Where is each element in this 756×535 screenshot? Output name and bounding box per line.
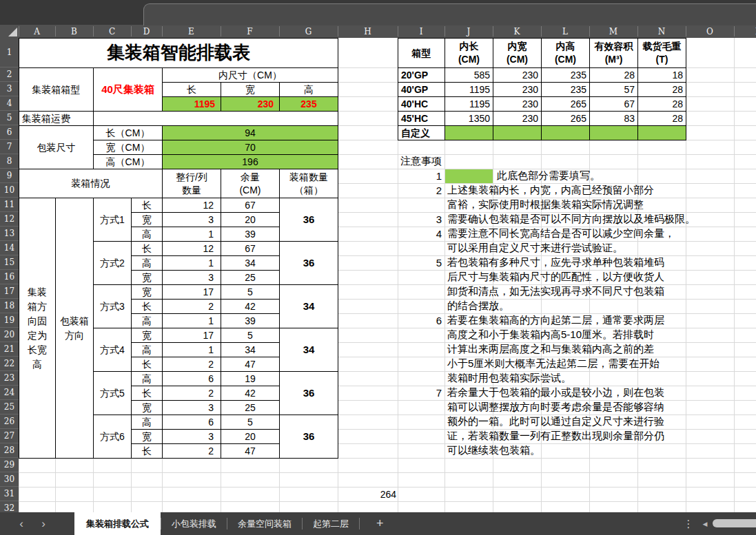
- loading-status-header-cell[interactable]: 装箱情况: [19, 169, 163, 198]
- row-header-18[interactable]: 18: [0, 299, 19, 313]
- column-header-O[interactable]: O: [686, 25, 734, 38]
- sheet-tab-2[interactable]: 小包装排载: [161, 512, 227, 535]
- ct-custom-label-cell[interactable]: 自定义: [398, 126, 445, 140]
- qty-header-cell[interactable]: 整行/列数量: [163, 169, 221, 198]
- cell-h31-value[interactable]: 264: [338, 487, 396, 501]
- sheet-menu-dots-icon[interactable]: ⋮: [682, 512, 695, 535]
- cell-total-boxes[interactable]: 36: [280, 198, 338, 242]
- cell-remain-value[interactable]: 34: [221, 256, 280, 271]
- cell-dim-label[interactable]: 长: [132, 242, 163, 256]
- cell-method-name[interactable]: 方式2: [94, 242, 132, 285]
- cell-remain-value[interactable]: 47: [221, 444, 280, 459]
- row-header-24[interactable]: 24: [0, 386, 19, 400]
- cell-dim-label[interactable]: 高: [132, 314, 163, 328]
- cell-remain-value[interactable]: 67: [221, 198, 280, 213]
- container-type-value-cell[interactable]: 40尺集装箱: [94, 68, 163, 112]
- cell-qty-value[interactable]: 1: [163, 314, 221, 328]
- cell-qty-value[interactable]: 1: [163, 227, 221, 242]
- ct-value-cell[interactable]: 67: [590, 97, 638, 112]
- package-height-value-cell[interactable]: 196: [163, 155, 338, 169]
- cell-total-boxes[interactable]: 36: [280, 415, 338, 459]
- cell-dim-label[interactable]: 高: [132, 343, 163, 357]
- cell-remain-value[interactable]: 25: [221, 401, 280, 415]
- cell-total-boxes[interactable]: 34: [280, 285, 338, 328]
- ct-value-cell[interactable]: 230: [493, 83, 542, 97]
- sheet-tab-4[interactable]: 起第二层: [303, 512, 359, 535]
- boxes-header-cell[interactable]: 装箱数量（箱）: [280, 169, 338, 198]
- select-all-corner[interactable]: [0, 25, 19, 38]
- dim-col-height-cell[interactable]: 高: [280, 83, 338, 97]
- row-header-15[interactable]: 15: [0, 255, 19, 270]
- cell-remain-value[interactable]: 5: [221, 415, 280, 430]
- row-header-27[interactable]: 27: [0, 429, 19, 443]
- cell-dim-label[interactable]: 高: [132, 227, 163, 242]
- cell-remain-value[interactable]: 19: [221, 372, 280, 386]
- cell-dim-label[interactable]: 宽: [132, 328, 163, 343]
- package-height-label-cell[interactable]: 高（CM）: [94, 155, 163, 169]
- ct-header-cell[interactable]: 有效容积(M³): [590, 39, 638, 68]
- row-header-9[interactable]: 9: [0, 169, 19, 183]
- inner-length-value-cell[interactable]: 1195: [163, 97, 221, 112]
- row-header-6[interactable]: 6: [0, 125, 19, 140]
- cell-dim-label[interactable]: 高: [132, 415, 163, 430]
- ct-custom-input-cell[interactable]: [542, 126, 590, 140]
- ct-value-cell[interactable]: 235: [542, 68, 590, 83]
- column-header-J[interactable]: J: [445, 25, 493, 38]
- cell-dim-label[interactable]: 高: [132, 372, 163, 386]
- row-header-5[interactable]: 5: [0, 111, 19, 125]
- package-orientation-cell[interactable]: 包装箱方向: [56, 198, 94, 459]
- ct-value-cell[interactable]: 18: [638, 68, 686, 83]
- cell-remain-value[interactable]: 67: [221, 242, 280, 256]
- ct-value-cell[interactable]: 265: [542, 112, 590, 126]
- cell-qty-value[interactable]: 6: [163, 372, 221, 386]
- cell-method-name[interactable]: 方式6: [94, 415, 132, 459]
- cell-dim-label[interactable]: 宽: [132, 271, 163, 285]
- ct-value-cell[interactable]: 28: [638, 83, 686, 97]
- sheet-nav-next-button[interactable]: ›: [34, 512, 52, 535]
- cell-qty-value[interactable]: 1: [163, 256, 221, 271]
- cell-dim-label[interactable]: 长: [132, 300, 163, 314]
- cell-dim-label[interactable]: 宽: [132, 401, 163, 415]
- ct-type-cell[interactable]: 45'HC: [398, 112, 445, 126]
- column-header-M[interactable]: M: [589, 25, 637, 38]
- cell-dim-label[interactable]: 宽: [132, 213, 163, 227]
- column-header-A[interactable]: A: [19, 25, 55, 38]
- package-size-label-cell[interactable]: 包装尺寸: [19, 126, 94, 169]
- row-header-21[interactable]: 21: [0, 342, 19, 357]
- cell-remain-value[interactable]: 42: [221, 300, 280, 314]
- cell-remain-value[interactable]: 20: [221, 430, 280, 444]
- cell-qty-value[interactable]: 3: [163, 430, 221, 444]
- ct-header-cell[interactable]: 箱型: [398, 39, 445, 68]
- row-header-22[interactable]: 22: [0, 357, 19, 371]
- cell-qty-value[interactable]: 1: [163, 343, 221, 357]
- row-header-17[interactable]: 17: [0, 284, 19, 299]
- sheet-tab-3[interactable]: 余量空间装箱: [227, 512, 302, 535]
- column-header-F[interactable]: F: [221, 25, 279, 38]
- row-header-7[interactable]: 7: [0, 140, 19, 154]
- cell-dim-label[interactable]: 高: [132, 256, 163, 271]
- orientation-note-cell[interactable]: 集装箱方向固定为长宽高: [19, 198, 56, 459]
- ct-custom-input-cell[interactable]: [590, 126, 638, 140]
- row-header-12[interactable]: 12: [0, 212, 19, 227]
- cell-total-boxes[interactable]: 36: [280, 372, 338, 415]
- column-header-I[interactable]: I: [398, 25, 445, 38]
- ct-type-cell[interactable]: 40'HC: [398, 97, 445, 112]
- ct-value-cell[interactable]: 230: [493, 97, 542, 112]
- ct-header-cell[interactable]: 内宽(CM): [493, 39, 542, 68]
- column-header-G[interactable]: G: [279, 25, 338, 38]
- ct-header-cell[interactable]: 载货毛重(T): [638, 39, 686, 68]
- ct-type-cell[interactable]: 20'GP: [398, 68, 445, 83]
- cell-qty-value[interactable]: 17: [163, 328, 221, 343]
- dim-col-length-cell[interactable]: 长: [163, 83, 221, 97]
- ct-value-cell[interactable]: 1195: [445, 83, 493, 97]
- column-header-H[interactable]: H: [338, 25, 398, 38]
- cell-dim-label[interactable]: 长: [132, 357, 163, 372]
- cell-dim-label[interactable]: 长: [132, 198, 163, 213]
- cell-remain-value[interactable]: 34: [221, 343, 280, 357]
- cell-remain-value[interactable]: 47: [221, 357, 280, 372]
- cell-total-boxes[interactable]: 36: [280, 242, 338, 285]
- cell-method-name[interactable]: 方式3: [94, 285, 132, 328]
- row-header-10[interactable]: 10: [0, 183, 19, 198]
- sheet-tab-1[interactable]: 集装箱排载公式: [74, 512, 161, 535]
- cell-dim-label[interactable]: 长: [132, 386, 163, 401]
